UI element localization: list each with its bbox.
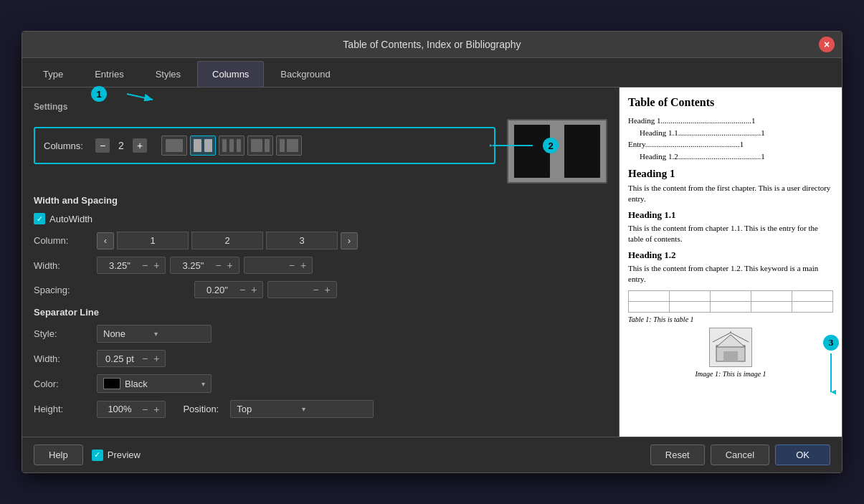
sep-width-dec[interactable]: −: [141, 353, 149, 364]
preview-checkbox[interactable]: ✓: [92, 450, 103, 461]
annotation-1: 1: [91, 86, 107, 102]
title-bar: Table of Contents, Index or Bibliography…: [22, 32, 842, 58]
column-field-label: Column:: [34, 235, 91, 246]
position-value: Top: [237, 404, 302, 414]
width3-inc[interactable]: +: [299, 260, 308, 271]
color-swatch: [103, 378, 120, 389]
sep-width-group: 0.25 pt − +: [97, 350, 166, 367]
height-inc[interactable]: +: [152, 404, 161, 415]
svg-line-0: [127, 94, 153, 100]
width2-inc[interactable]: +: [226, 260, 234, 271]
col-icon-1[interactable]: [161, 135, 187, 156]
columns-value: 2: [114, 140, 128, 151]
toc-entry-entry: Entry...................................…: [628, 138, 833, 151]
spacing3-inc[interactable]: +: [323, 284, 332, 295]
tc2: [670, 291, 710, 301]
spacing3-dec[interactable]: −: [311, 284, 320, 295]
autowidth-label: AutoWidth: [49, 214, 92, 224]
height-label: Height:: [34, 404, 91, 414]
help-button[interactable]: Help: [34, 444, 83, 465]
column-row: Column: ‹ 1 2 3 ›: [34, 232, 607, 249]
annotation-1-arrow: [111, 87, 154, 101]
preview-heading12-text: This is the content from chapter 1.2. Th…: [628, 263, 833, 285]
autowidth-checkbox[interactable]: ✓: [34, 213, 45, 224]
annotation-3: 3: [823, 335, 839, 351]
col-2: 2: [191, 232, 263, 249]
tab-background[interactable]: Background: [265, 61, 345, 87]
table-preview: [628, 290, 833, 313]
svg-rect-17: [723, 351, 738, 361]
spacing2-dec[interactable]: −: [238, 284, 247, 295]
toc-preview-title: Table of Contents: [628, 96, 833, 109]
tab-columns[interactable]: Columns: [197, 61, 264, 87]
col-1: 1: [117, 232, 189, 249]
preview-heading11: Heading 1.1: [628, 209, 833, 221]
house-icon: [713, 331, 749, 363]
tab-type[interactable]: Type: [28, 61, 78, 87]
tab-entries[interactable]: Entries: [80, 61, 138, 87]
svg-rect-7: [251, 139, 262, 152]
tab-styles[interactable]: Styles: [141, 61, 196, 87]
col-icon-3[interactable]: [219, 135, 245, 156]
style-dropdown-arrow: ▾: [154, 330, 205, 338]
spacing2-inc[interactable]: +: [250, 284, 258, 295]
width1-dec[interactable]: −: [141, 260, 149, 271]
style-value: None: [103, 328, 154, 339]
col-icon-left-heavy[interactable]: [247, 135, 273, 156]
close-button[interactable]: ×: [819, 37, 835, 52]
col-icon-right-heavy[interactable]: [276, 135, 302, 156]
position-dropdown[interactable]: Top ▾: [230, 400, 374, 418]
spacing-group-2: 0.20" − +: [194, 281, 263, 298]
width3-dec[interactable]: −: [288, 260, 296, 271]
svg-rect-5: [229, 139, 234, 152]
position-label: Position:: [183, 404, 219, 414]
style-dropdown[interactable]: None ▾: [97, 325, 212, 343]
toc-h11-text: Heading 1.1: [640, 128, 678, 137]
tc6: [629, 302, 669, 312]
color-dropdown[interactable]: Black ▾: [97, 374, 212, 393]
preview-label: Preview: [108, 450, 141, 460]
columns-decrement[interactable]: −: [95, 138, 110, 153]
toc-entry-heading12: Heading 1.2.............................…: [628, 151, 833, 163]
svg-rect-13: [514, 125, 550, 178]
dialog: Table of Contents, Index or Bibliography…: [22, 31, 842, 473]
width-group-3: − +: [244, 257, 313, 274]
tc3: [711, 291, 751, 301]
footer-left: Help ✓ Preview: [34, 444, 141, 465]
color-label: Color:: [34, 379, 91, 389]
preview-heading12: Heading 1.2: [628, 249, 833, 261]
height-dec[interactable]: −: [141, 404, 149, 415]
column-icons: [161, 135, 302, 156]
position-dropdown-arrow: ▾: [302, 405, 367, 413]
toc-preview-panel: Table of Contents Heading 1.............…: [619, 87, 842, 437]
column-next-btn[interactable]: ›: [341, 232, 358, 249]
image-preview: [709, 328, 752, 367]
width2-dec[interactable]: −: [214, 260, 222, 271]
cancel-button[interactable]: Cancel: [711, 444, 769, 465]
width-row: Width: 3.25" − + 3.25" − + −: [34, 257, 607, 274]
settings-label: Settings: [34, 102, 607, 112]
preview-checkbox-row: ✓ Preview: [92, 450, 141, 461]
reset-button[interactable]: Reset: [650, 444, 705, 465]
width-col1-val: 3.25": [102, 260, 138, 271]
svg-rect-14: [564, 125, 600, 178]
height-position-row: Height: 100% − + Position: Top ▾: [34, 400, 607, 418]
col-icon-2[interactable]: [190, 135, 216, 156]
tc1: [629, 291, 669, 301]
separator-label: Separator Line: [34, 307, 607, 318]
width-field-label: Width:: [34, 260, 91, 271]
width-spacing-label: Width and Spacing: [34, 195, 607, 206]
column-prev-btn[interactable]: ‹: [97, 232, 114, 249]
svg-rect-3: [204, 139, 212, 152]
width1-inc[interactable]: +: [152, 260, 161, 271]
width-col2-val: 3.25": [175, 260, 211, 271]
settings-box: Columns: − 2 +: [34, 127, 495, 164]
table-caption: Table 1: This is table 1: [628, 315, 833, 323]
width-inputs: 3.25" − + 3.25" − + − +: [97, 257, 313, 274]
columns-increment[interactable]: +: [133, 138, 147, 153]
width-group-2: 3.25" − +: [170, 257, 239, 274]
ok-button[interactable]: OK: [775, 444, 830, 465]
toc-h12-text: Heading 1.2: [640, 152, 678, 161]
col-3: 3: [266, 232, 338, 249]
sep-width-inc[interactable]: +: [152, 353, 161, 364]
